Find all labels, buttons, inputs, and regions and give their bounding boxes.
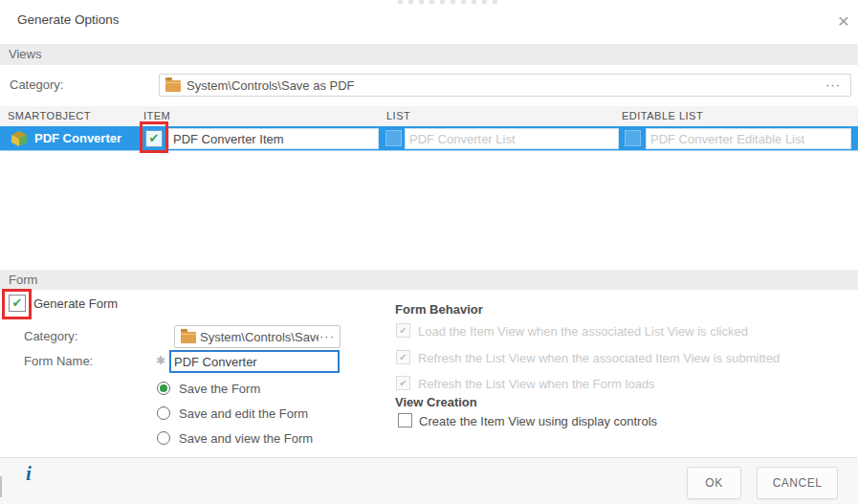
item-view-name-input[interactable] xyxy=(168,128,379,149)
radio-button[interactable] xyxy=(157,431,170,445)
form-behavior-header: Form Behavior xyxy=(395,302,483,317)
radio-button[interactable] xyxy=(157,406,170,420)
views-category-value: System\Controls\Save as PDF xyxy=(187,78,355,93)
behavior-checkbox-refresh-on-load: ✔ xyxy=(396,376,410,390)
view-creation-label: Create the Item View using display contr… xyxy=(419,414,657,428)
browse-ellipsis-icon[interactable]: ··· xyxy=(319,329,335,343)
required-asterisk-icon: ✱ xyxy=(156,354,165,367)
clipped-background-artifact xyxy=(398,0,501,4)
ok-button[interactable]: OK xyxy=(687,467,741,499)
form-category-field[interactable]: System\Controls\Save as F ··· xyxy=(174,325,341,348)
form-name-input[interactable] xyxy=(169,350,340,373)
behavior-checkbox-load-item-view: ✔ xyxy=(396,323,410,338)
radio-label: Save and edit the Form xyxy=(179,406,308,421)
behavior-label: Load the Item View when the associated L… xyxy=(418,324,748,339)
views-section-bar: Views xyxy=(0,44,858,65)
view-creation-header: View Creation xyxy=(395,395,477,409)
radio-label: Save and view the Form xyxy=(179,431,313,446)
browse-ellipsis-icon[interactable]: ··· xyxy=(825,77,841,92)
column-header-item: ITEM xyxy=(143,110,170,121)
generate-form-label: Generate Form xyxy=(33,296,118,311)
form-category-value: System\Controls\Save as F xyxy=(200,330,319,344)
form-name-label: Form Name: xyxy=(24,354,93,368)
form-section-bar: Form xyxy=(0,270,858,290)
view-creation-checkbox[interactable] xyxy=(398,413,412,427)
behavior-label: Refresh the List View when the Form load… xyxy=(418,377,655,391)
views-category-field[interactable]: System\Controls\Save as PDF ··· xyxy=(159,74,851,97)
column-header-list: LIST xyxy=(386,110,410,121)
folder-icon xyxy=(181,332,196,343)
list-view-checkbox[interactable] xyxy=(385,130,402,146)
folder-icon xyxy=(165,80,181,92)
form-section-label: Form xyxy=(9,273,37,287)
column-header-editable-list: EDITABLE LIST xyxy=(622,110,703,121)
info-icon[interactable]: i xyxy=(26,462,32,486)
editable-list-view-name-input[interactable] xyxy=(646,128,851,149)
cancel-button[interactable]: CANCEL xyxy=(757,467,838,499)
close-icon[interactable]: × xyxy=(831,10,856,34)
radio-button-selected[interactable] xyxy=(157,382,170,395)
item-view-checkbox[interactable]: ✔ xyxy=(145,130,163,147)
smartobject-name: PDF Converter xyxy=(34,131,121,145)
table-header: SMARTOBJECT ITEM LIST EDITABLE LIST xyxy=(0,106,858,126)
views-category-label: Category: xyxy=(10,77,63,92)
generate-form-checkbox[interactable]: ✔ xyxy=(9,295,26,312)
behavior-checkbox-refresh-on-submit: ✔ xyxy=(396,350,410,364)
smartobject-cube-icon xyxy=(11,131,28,146)
radio-label: Save the Form xyxy=(179,382,260,396)
views-section-label: Views xyxy=(9,47,41,61)
behavior-label: Refresh the List View when the associate… xyxy=(418,351,780,365)
form-category-label: Category: xyxy=(24,329,77,343)
editable-list-view-checkbox[interactable] xyxy=(625,130,641,146)
dialog-title: Generate Options xyxy=(17,12,120,27)
screen-edge-artifact xyxy=(0,476,2,497)
list-view-name-input[interactable] xyxy=(405,128,619,149)
column-header-smartobject: SMARTOBJECT xyxy=(8,110,91,121)
